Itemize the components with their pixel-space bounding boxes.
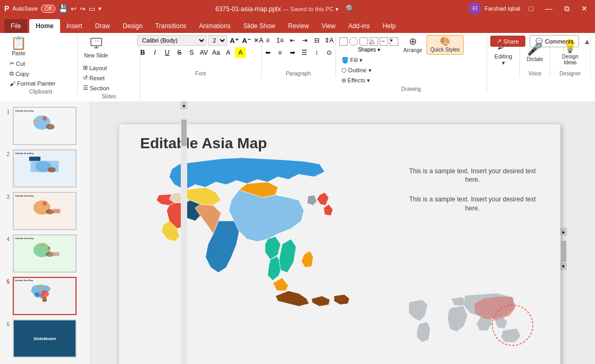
reset-button[interactable]: ↺ Reset: [81, 73, 112, 82]
font-controls: Calibri (Body) 24 A⁺ A⁻ ✕A B I U S S AV …: [137, 35, 264, 70]
slide-title[interactable]: Editable Asia Map: [140, 135, 267, 152]
shape-arrow[interactable]: →: [380, 37, 388, 46]
shape-rect[interactable]: [359, 37, 368, 46]
shape-effects-button[interactable]: ⊚ Effects ▾: [339, 76, 374, 85]
sample-text-2[interactable]: This is a sample text. Insert your desir…: [406, 195, 539, 213]
char-spacing-button[interactable]: AV: [198, 47, 209, 58]
tab-draw[interactable]: Draw: [89, 19, 116, 33]
copy-button[interactable]: ⧉ Copy: [7, 69, 58, 78]
arrange-button[interactable]: ⊕ Arrange: [400, 35, 426, 55]
shapes-label[interactable]: Shapes ▾: [358, 47, 380, 53]
restore-button[interactable]: □: [526, 3, 537, 14]
tab-addins[interactable]: Add-ins: [342, 19, 376, 33]
tab-file[interactable]: File: [4, 19, 27, 33]
increase-indent-button[interactable]: ⇥: [299, 35, 310, 46]
bullets-button[interactable]: ≡: [263, 35, 273, 46]
slide-item-2[interactable]: 2 Editable Asia Map: [2, 148, 88, 189]
tab-design[interactable]: Design: [116, 19, 149, 33]
justify-button[interactable]: ☰: [299, 47, 310, 58]
close-button[interactable]: ✕: [578, 3, 591, 14]
quick-access-dropdown[interactable]: ▾: [98, 5, 102, 12]
country-japan[interactable]: [316, 192, 328, 205]
text-direction-button[interactable]: ⇕A: [324, 35, 334, 46]
slide-item-1[interactable]: 1 Editable Asia Map: [2, 106, 88, 146]
align-center-button[interactable]: ≡: [275, 47, 286, 58]
font-size-select[interactable]: 24: [208, 35, 227, 46]
tab-home[interactable]: Home: [29, 19, 60, 33]
font-case-button[interactable]: Aa: [211, 47, 221, 58]
country-china[interactable]: [229, 190, 304, 241]
tab-transitions[interactable]: Transitions: [149, 19, 192, 33]
undo-icon[interactable]: ↩: [71, 5, 77, 13]
new-slide-button[interactable]: New Slide: [81, 35, 111, 60]
font-family-select[interactable]: Calibri (Body): [137, 35, 206, 46]
shape-line[interactable]: [339, 37, 348, 46]
country-myanmar[interactable]: [265, 236, 280, 259]
present-icon[interactable]: ▭: [89, 5, 95, 13]
tab-slideshow[interactable]: Slide Show: [237, 19, 282, 33]
maximize-button[interactable]: ⧉: [561, 3, 573, 14]
increase-font-button[interactable]: A⁺: [229, 35, 239, 46]
font-color-button[interactable]: A: [223, 47, 233, 58]
decrease-font-button[interactable]: A⁻: [241, 35, 252, 46]
filename: 6375-01-asia-map.pptx: [215, 5, 281, 13]
italic-button[interactable]: I: [149, 47, 160, 58]
country-philippines[interactable]: [301, 251, 313, 267]
slide-thumb-6: SlideModel: [13, 319, 77, 358]
paste-button[interactable]: 📋 Paste: [7, 35, 30, 58]
decrease-indent-button[interactable]: ⇤: [287, 35, 298, 46]
layout-button[interactable]: ⊞ Layout: [81, 63, 112, 72]
ribbon-content: 📋 Paste ✂ Cut ⧉ Copy 🖌 Format Painter Cl…: [0, 33, 595, 101]
search-icon[interactable]: 🔍: [346, 4, 355, 13]
shape-fill-button[interactable]: 🪣 Fill ▾: [339, 56, 374, 65]
slide-item-3[interactable]: 3 Editable Asia Map: [2, 191, 88, 231]
save-dropdown[interactable]: ▾: [336, 6, 339, 12]
tab-review[interactable]: Review: [282, 19, 315, 33]
highlight-color-button[interactable]: A: [235, 47, 246, 58]
comments-button[interactable]: 💬 Comments: [530, 35, 579, 47]
align-left-button[interactable]: ⬅: [263, 47, 273, 58]
right-scroll-thumb[interactable]: [561, 241, 566, 262]
section-button[interactable]: ☰ Section: [81, 83, 112, 92]
shape-outline-button[interactable]: ⬡ Outline ▾: [339, 66, 374, 75]
scroll-up-arrow[interactable]: ▲: [181, 101, 187, 109]
canvas-area[interactable]: ▲ ▼ Editable Asia Map: [90, 101, 595, 364]
autosave-toggle[interactable]: Off: [41, 5, 55, 13]
align-right-button[interactable]: ➡: [287, 47, 298, 58]
slide-item-5[interactable]: 5 Editable Asia Map: [2, 276, 88, 316]
shadow-button[interactable]: S: [186, 47, 197, 58]
convert-to-smart-art[interactable]: ⊙: [324, 47, 334, 58]
scroll-thumb[interactable]: [181, 120, 187, 146]
sample-text-1[interactable]: This is a sample text. Insert your desir…: [406, 167, 539, 185]
scroll-down-right[interactable]: ▼: [560, 263, 567, 270]
country-vietnam[interactable]: [279, 239, 296, 272]
line-spacing-button[interactable]: ↕: [312, 47, 322, 58]
redo-icon[interactable]: ↪: [80, 5, 86, 13]
save-icon[interactable]: 💾: [58, 4, 68, 13]
strikethrough-button[interactable]: S: [174, 47, 185, 58]
tab-view[interactable]: View: [315, 19, 342, 33]
minimize-button[interactable]: —: [542, 3, 556, 14]
avatar[interactable]: FI: [468, 2, 481, 15]
country-malaysia[interactable]: [273, 277, 288, 290]
share-button[interactable]: ↗ Share: [490, 36, 525, 47]
cut-button[interactable]: ✂ Cut: [7, 59, 58, 68]
shape-more[interactable]: ▾: [390, 37, 398, 46]
tab-help[interactable]: Help: [376, 19, 403, 33]
shape-oval[interactable]: [349, 37, 358, 46]
quick-styles-button[interactable]: 🎨 Quick Styles: [426, 35, 464, 55]
numbering-button[interactable]: 1≡: [275, 35, 286, 46]
slide-item-4[interactable]: 4 Editable Asia Map: [2, 233, 88, 274]
format-painter-button[interactable]: 🖌 Format Painter: [7, 79, 58, 88]
bold-button[interactable]: B: [137, 47, 148, 58]
shape-triangle[interactable]: △: [370, 37, 378, 46]
ribbon-collapse-button[interactable]: ▲: [583, 37, 591, 46]
country-indonesia[interactable]: [275, 291, 308, 306]
tab-insert[interactable]: Insert: [60, 19, 89, 33]
country-korea[interactable]: [307, 194, 317, 205]
column-button[interactable]: ⊟: [312, 35, 322, 46]
scroll-up-right[interactable]: ▲: [560, 228, 567, 235]
underline-button[interactable]: U: [162, 47, 172, 58]
tab-animations[interactable]: Animations: [192, 19, 237, 33]
slide-item-6[interactable]: 6 SlideModel: [2, 318, 88, 359]
